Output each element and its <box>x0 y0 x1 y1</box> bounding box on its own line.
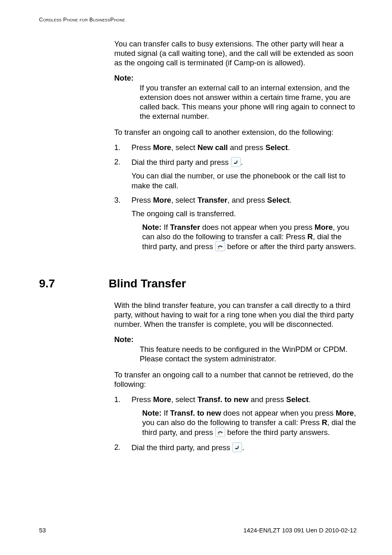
lead-2: To transfer an ongoing call to a number … <box>114 370 357 389</box>
intro-para: You can transfer calls to busy extension… <box>114 39 357 67</box>
kw-newcall: New call <box>197 143 228 152</box>
svg-point-0 <box>218 248 219 249</box>
text: Dial the third party, and press <box>131 443 232 452</box>
kw-more: More <box>153 196 171 204</box>
note-lead: Note: <box>142 223 161 231</box>
step-2: 2. Dial the third party and press . You … <box>114 157 357 190</box>
text: . <box>290 196 292 204</box>
step-num: 1. <box>114 143 120 152</box>
page: Cordless Phone for BusinessPhone You can… <box>0 0 392 555</box>
section-title: Blind Transfer <box>108 277 186 290</box>
kw-transfer: Transfer <box>197 196 227 204</box>
kw-r: R <box>322 418 327 427</box>
text: . <box>309 395 311 404</box>
kw-transf-to-new: Transf. to new <box>197 395 248 404</box>
text: . <box>288 143 290 152</box>
step-1: 1. Press More, select New call and press… <box>114 143 357 152</box>
svg-point-1 <box>218 434 219 435</box>
text: does not appear when you press <box>221 409 336 417</box>
doc-id: 1424-EN/LZT 103 091 Uen D 2010-02-12 <box>243 527 357 534</box>
kw-select: Select <box>267 196 290 204</box>
end-call-icon <box>215 427 225 437</box>
text: If <box>164 223 170 231</box>
kw-more: More <box>336 409 354 417</box>
text: Dial the third party and press <box>131 158 231 166</box>
text: and press <box>228 143 265 152</box>
step-sub: The ongoing call is transferred. <box>131 209 357 218</box>
text: and press <box>249 395 286 404</box>
note-body: This feature needs to be configured in t… <box>140 345 357 363</box>
note-lead: Note: <box>142 409 161 417</box>
text: , select <box>171 395 198 404</box>
body-upper: You can transfer calls to busy extension… <box>114 39 357 256</box>
text: If <box>164 409 170 417</box>
step-num: 2. <box>114 442 120 452</box>
text: Press <box>131 196 153 204</box>
kw-more: More <box>315 223 333 231</box>
call-icon <box>231 157 241 167</box>
text: . <box>242 443 244 452</box>
kw-select: Select <box>265 143 288 152</box>
steps-list-2: 1. Press More, select Transf. to new and… <box>114 395 357 452</box>
page-number: 53 <box>39 527 46 534</box>
kw-transfer: Transfer <box>170 223 200 231</box>
step-note: Note: If Transfer does not appear when y… <box>142 222 357 251</box>
text: before or after the third party answers. <box>225 242 356 251</box>
running-head: Cordless Phone for BusinessPhone <box>39 16 125 23</box>
text: does not appear when you press <box>200 223 315 231</box>
body-lower: With the blind transfer feature, you can… <box>114 301 357 457</box>
step-3: 3. Press More, select Transfer, and pres… <box>114 195 357 252</box>
kw-select: Select <box>286 395 309 404</box>
text: Press <box>131 395 153 404</box>
text: before the third party answers. <box>225 428 330 437</box>
note-1: Note: If you transfer an external call t… <box>114 73 357 121</box>
lead-1: To transfer an ongoing call to another e… <box>114 127 357 137</box>
section-heading: 9.7 Blind Transfer <box>39 277 357 290</box>
text: . <box>241 158 243 166</box>
step-sub: You can dial the number, or use the phon… <box>131 171 357 190</box>
note-lead: Note: <box>114 74 134 82</box>
kw-more: More <box>153 395 171 404</box>
kw-more: More <box>153 143 171 152</box>
kw-transf-to-new: Transf. to new <box>170 409 221 417</box>
step-1: 1. Press More, select Transf. to new and… <box>114 395 357 437</box>
kw-r: R <box>307 232 313 241</box>
step-num: 1. <box>114 395 120 404</box>
steps-list-1: 1. Press More, select New call and press… <box>114 143 357 251</box>
end-call-icon <box>215 241 225 251</box>
page-footer: 53 1424-EN/LZT 103 091 Uen D 2010-02-12 <box>39 527 357 534</box>
section-number: 9.7 <box>39 277 55 290</box>
step-2: 2. Dial the third party, and press . <box>114 442 357 452</box>
note-lead: Note: <box>114 335 134 344</box>
intro-para-2: With the blind transfer feature, you can… <box>114 301 357 329</box>
text: , and press <box>227 196 267 204</box>
note-body: If you transfer an external call to an i… <box>140 83 357 121</box>
step-note: Note: If Transf. to new does not appear … <box>142 408 357 437</box>
text: , select <box>171 143 198 152</box>
text: Press <box>131 143 153 152</box>
note-2: Note: This feature needs to be configure… <box>114 335 357 363</box>
step-num: 3. <box>114 195 120 205</box>
text: , select <box>171 196 198 204</box>
step-num: 2. <box>114 157 120 166</box>
call-icon <box>232 442 242 452</box>
